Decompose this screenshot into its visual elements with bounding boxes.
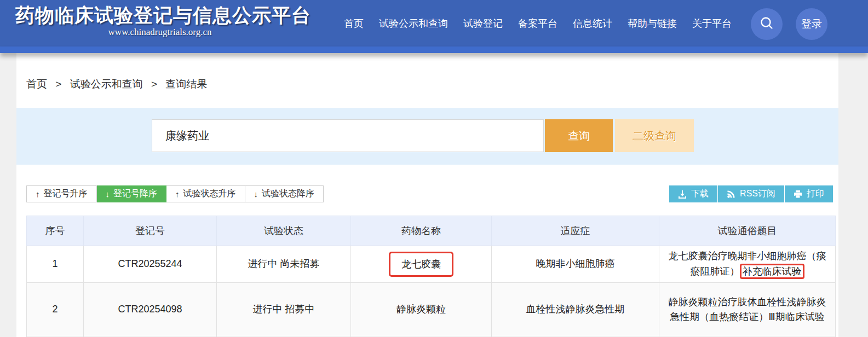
annotation-box-title: 补充临床试验: [740, 264, 804, 279]
query-button[interactable]: 查询: [545, 119, 613, 152]
secondary-query-button[interactable]: 二级查询: [615, 119, 694, 152]
table-row[interactable]: 2CTR20254098进行中 招募中静脉炎颗粒血栓性浅静脉炎急性期静脉炎颗粒治…: [27, 283, 836, 336]
breadcrumb-separator: >: [151, 78, 157, 90]
column-header-reg-no: 登记号: [84, 216, 217, 246]
arrow-down-icon: ↓: [106, 189, 110, 199]
column-header-index: 序号: [27, 216, 84, 246]
header-search-button[interactable]: [751, 8, 783, 40]
rss-icon: [727, 190, 735, 199]
drug-name-cell: 龙七胶囊: [351, 246, 492, 283]
public-title-cell: 静脉炎颗粒治疗肢体血栓性浅静脉炎急性期（血热瘀结证）Ⅲ期临床试验: [659, 283, 836, 336]
main-nav: 首页 试验公示和查询 试验登记 备案平台 信息统计 帮助与链接 关于平台: [344, 0, 732, 47]
column-header-drug-name: 药物名称: [351, 216, 492, 246]
search-input[interactable]: [152, 119, 544, 152]
breadcrumb-home[interactable]: 首页: [26, 78, 47, 90]
results-table: 序号 登记号 试验状态 药物名称 适应症 试验通俗题目 1CTR20255244…: [26, 216, 836, 337]
drug-name-cell: 静脉炎颗粒: [351, 283, 492, 336]
site-url: www.chinadrugtrials.org.cn: [15, 27, 304, 38]
public-title-cell: 龙七胶囊治疗晚期非小细胞肺癌（痰瘀阻肺证）补充临床试验: [659, 246, 836, 283]
action-button-group: 下载 RSS订阅: [669, 185, 833, 202]
nav-item-statistics[interactable]: 信息统计: [573, 17, 612, 30]
annotation-box-drug: 龙七胶囊: [389, 252, 453, 277]
nav-item-trial-registration[interactable]: 试验登记: [463, 17, 503, 30]
sort-status-desc-button[interactable]: ↓ 试验状态降序: [245, 185, 324, 202]
sort-regno-asc-button[interactable]: ↑ 登记号升序: [26, 185, 97, 202]
results-table-header: 序号 登记号 试验状态 药物名称 适应症 试验通俗题目: [27, 216, 836, 246]
search-icon: [760, 16, 774, 33]
search-section: 查询 二级查询: [16, 108, 838, 165]
column-header-indication: 适应症: [492, 216, 659, 246]
login-button[interactable]: 登录: [796, 8, 827, 40]
registration-no-cell: CTR20254098: [84, 283, 217, 336]
breadcrumb: 首页 > 试验公示和查询 > 查询结果: [16, 53, 838, 91]
site-logo[interactable]: 药物临床试验登记与信息公示平台 www.chinadrugtrials.org.…: [15, 4, 304, 38]
print-button[interactable]: 打印: [784, 185, 833, 202]
indication-cell: 晚期非小细胞肺癌: [492, 246, 659, 283]
arrow-up-icon: ↑: [36, 189, 40, 199]
breadcrumb-separator: >: [55, 78, 61, 90]
table-row[interactable]: 1CTR20255244进行中 尚未招募龙七胶囊晚期非小细胞肺癌龙七胶囊治疗晚期…: [27, 246, 836, 283]
download-icon: [678, 190, 687, 199]
breadcrumb-trial-search[interactable]: 试验公示和查询: [70, 78, 143, 90]
row-index-cell: 2: [27, 283, 84, 336]
column-header-public-title: 试验通俗题目: [659, 216, 836, 246]
indication-cell: 血栓性浅静脉炎急性期: [492, 283, 659, 336]
column-header-status: 试验状态: [217, 216, 351, 246]
row-index-cell: 1: [27, 246, 84, 283]
sort-status-asc-button[interactable]: ↑ 试验状态升序: [166, 185, 245, 202]
sort-button-group: ↑ 登记号升序 ↓ 登记号降序 ↑ 试验状态升序 ↓ 试验状态降序: [26, 185, 324, 202]
content-card: 首页 > 试验公示和查询 > 查询结果 查询 二级查询 ↑ 登记号升序 ↓ 登记…: [16, 53, 838, 337]
breadcrumb-query-results: 查询结果: [165, 78, 207, 90]
nav-item-trial-search[interactable]: 试验公示和查询: [379, 17, 448, 30]
sort-regno-desc-button[interactable]: ↓ 登记号降序: [97, 185, 167, 202]
nav-item-help-links[interactable]: 帮助与链接: [628, 17, 677, 30]
arrow-down-icon: ↓: [254, 189, 258, 199]
site-title: 药物临床试验登记与信息公示平台: [15, 4, 304, 27]
results-table-body: 1CTR20255244进行中 尚未招募龙七胶囊晚期非小细胞肺癌龙七胶囊治疗晚期…: [27, 246, 836, 337]
trial-status-cell: 进行中 招募中: [217, 283, 351, 336]
nav-item-home[interactable]: 首页: [344, 17, 364, 30]
site-header: 药物临床试验登记与信息公示平台 www.chinadrugtrials.org.…: [0, 0, 868, 47]
download-button[interactable]: 下载: [669, 185, 717, 202]
print-icon: [794, 190, 802, 199]
nav-item-about[interactable]: 关于平台: [692, 17, 732, 30]
login-button-label: 登录: [801, 17, 822, 31]
rss-subscribe-button[interactable]: RSS订阅: [717, 185, 784, 202]
trial-status-cell: 进行中 尚未招募: [217, 246, 351, 283]
arrow-up-icon: ↑: [175, 189, 180, 199]
header-strip: [0, 47, 868, 53]
toolbar: ↑ 登记号升序 ↓ 登记号降序 ↑ 试验状态升序 ↓ 试验状态降序: [16, 185, 838, 202]
registration-no-cell: CTR20255244: [84, 246, 217, 283]
nav-item-filing-platform[interactable]: 备案平台: [518, 17, 557, 30]
